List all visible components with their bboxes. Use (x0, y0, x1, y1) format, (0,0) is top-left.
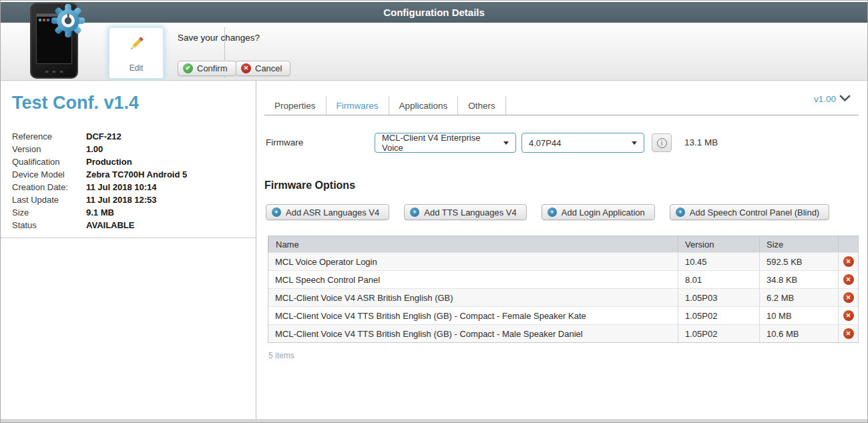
firmware-option-buttons: + Add ASR Languages V4 + Add TTS Languag… (266, 204, 829, 220)
plus-circle-icon: + (676, 207, 685, 217)
x-circle-icon: ✕ (241, 63, 251, 73)
add-speech-control-panel-button[interactable]: + Add Speech Control Panel (Blind) (670, 204, 829, 220)
window-titlebar: Configuration Details (1, 2, 867, 23)
select-caret-icon (503, 141, 509, 145)
table-row: MCL-Client Voice V4 TTS British English … (268, 306, 858, 324)
configuration-title: Test Conf. v1.4 (12, 93, 139, 113)
firmware-selector-row: Firmware MCL-Client V4 Enterprise Voice … (266, 133, 859, 153)
status-badge: AVAILABLE (86, 220, 134, 230)
column-header-actions (838, 236, 858, 252)
property-label: Size (12, 207, 86, 218)
property-row-status: Status AVAILABLE (12, 219, 249, 232)
firmware-version-value: 4.07P44 (529, 138, 561, 148)
tab-applications[interactable]: Applications (389, 96, 459, 115)
panel-dotted-separator (1, 238, 256, 238)
cell-version: 8.01 (678, 271, 759, 288)
cell-size: 6.2 MB (759, 289, 838, 306)
property-list: Reference DCF-212 Version 1.00 Qualifica… (12, 130, 249, 232)
check-circle-icon: ✔ (183, 63, 193, 73)
column-header-name: Name (268, 236, 678, 252)
app-icon (43, 19, 45, 21)
property-value: Production (86, 157, 132, 167)
table-header-row: Name Version Size (268, 236, 858, 252)
info-icon: i (657, 138, 667, 148)
firmware-version-select[interactable]: 4.07P44 (521, 133, 644, 153)
plus-circle-icon: + (272, 207, 281, 217)
cell-name: MCL Voice Operator Login (268, 253, 678, 270)
firmware-info-button[interactable]: i (652, 133, 672, 152)
cancel-button[interactable]: ✕ Cancel (236, 61, 290, 76)
items-count-text: 5 items (268, 351, 294, 360)
app-icon (39, 19, 41, 21)
gear-icon (51, 4, 85, 40)
select-caret-icon (632, 141, 637, 145)
table-row: MCL-Client Voice V4 ASR British English … (268, 288, 858, 306)
delete-row-button[interactable]: ✕ (843, 292, 854, 303)
tab-properties[interactable]: Properties (264, 96, 327, 115)
delete-row-button[interactable]: ✕ (843, 274, 854, 285)
configuration-details-window: Configuration Details (0, 0, 868, 423)
table-row: MCL Speech Control Panel 8.01 34.8 KB ✕ (268, 270, 858, 288)
property-row-creation-date: Creation Date: 11 Jul 2018 10:14 (12, 181, 249, 193)
edit-button[interactable]: Edit (109, 27, 164, 79)
delete-row-button[interactable]: ✕ (843, 328, 854, 339)
plus-circle-icon: + (548, 207, 557, 217)
version-dropdown[interactable]: v1.00 (814, 93, 851, 105)
configuration-summary-panel: Test Conf. v1.4 Reference DCF-212 Versio… (1, 81, 256, 420)
table-row: MCL-Client Voice V4 TTS British English … (268, 324, 858, 342)
property-label: Creation Date: (12, 182, 86, 192)
property-value: 1.00 (86, 144, 103, 154)
cell-name: MCL-Client Voice V4 ASR British English … (268, 289, 678, 306)
property-row-version: Version 1.00 (12, 143, 249, 155)
add-login-application-button[interactable]: + Add Login Application (541, 204, 655, 220)
property-label: Last Update (12, 195, 86, 205)
confirm-button-label: Confirm (197, 63, 228, 73)
cell-version: 1.05P02 (678, 307, 759, 324)
property-row-device-model: Device Model Zebra TC700H Android 5 (12, 168, 249, 181)
button-label: Add Login Application (562, 207, 645, 218)
cell-name: MCL Speech Control Panel (268, 271, 678, 288)
add-tts-languages-button[interactable]: + Add TTS Languages V4 (404, 204, 527, 220)
property-row-qualification: Qualification Production (12, 155, 249, 168)
property-label: Version (12, 144, 86, 154)
property-row-reference: Reference DCF-212 (12, 130, 249, 143)
firmware-field-label: Firmware (266, 137, 303, 147)
page-title: Configuration Details (383, 7, 485, 18)
tab-bar: Properties Firmwares Applications Others… (264, 96, 859, 115)
cell-size: 34.8 KB (759, 271, 838, 288)
main-content: Properties Firmwares Applications Others… (257, 81, 867, 420)
firmware-size-text: 13.1 MB (684, 137, 718, 147)
button-label: Add TTS Languages V4 (424, 207, 517, 218)
cancel-button-label: Cancel (255, 63, 282, 73)
cell-name: MCL-Client Voice V4 TTS British English … (268, 325, 678, 342)
property-row-size: Size 9.1 MB (12, 206, 249, 219)
button-label: Add ASR Languages V4 (286, 207, 379, 218)
firmware-options-heading: Firmware Options (264, 179, 355, 191)
tab-firmwares[interactable]: Firmwares (327, 96, 389, 115)
property-value: DCF-212 (86, 131, 122, 141)
property-value: 11 Jul 2018 12:53 (86, 195, 157, 205)
pencil-icon (128, 35, 146, 55)
confirm-button[interactable]: ✔ Confirm (178, 61, 236, 76)
chevron-down-icon (839, 93, 851, 105)
save-prompt-text: Save your changes? (178, 33, 260, 43)
property-value: 11 Jul 2018 10:14 (86, 182, 157, 192)
edit-button-label: Edit (130, 63, 144, 73)
firmware-product-select[interactable]: MCL-Client V4 Enterprise Voice (375, 133, 516, 153)
cell-size: 10.6 MB (759, 325, 838, 342)
delete-row-button[interactable]: ✕ (843, 310, 854, 321)
property-row-last-update: Last Update 11 Jul 2018 12:53 (12, 193, 249, 206)
add-asr-languages-button[interactable]: + Add ASR Languages V4 (266, 204, 389, 220)
firmware-options-table: Name Version Size MCL Voice Operator Log… (268, 236, 859, 343)
property-label: Reference (12, 131, 86, 141)
app-icon (47, 19, 49, 21)
tab-others[interactable]: Others (458, 96, 506, 115)
cell-version: 1.05P03 (678, 289, 759, 306)
property-value: 9.1 MB (86, 207, 114, 218)
property-label: Qualification (12, 157, 86, 167)
column-header-size: Size (759, 236, 838, 252)
version-dropdown-value: v1.00 (814, 94, 836, 104)
delete-row-button[interactable]: ✕ (843, 256, 854, 267)
table-row: MCL Voice Operator Login 10.45 592.5 KB … (268, 252, 858, 270)
device-home-buttons (45, 71, 63, 73)
